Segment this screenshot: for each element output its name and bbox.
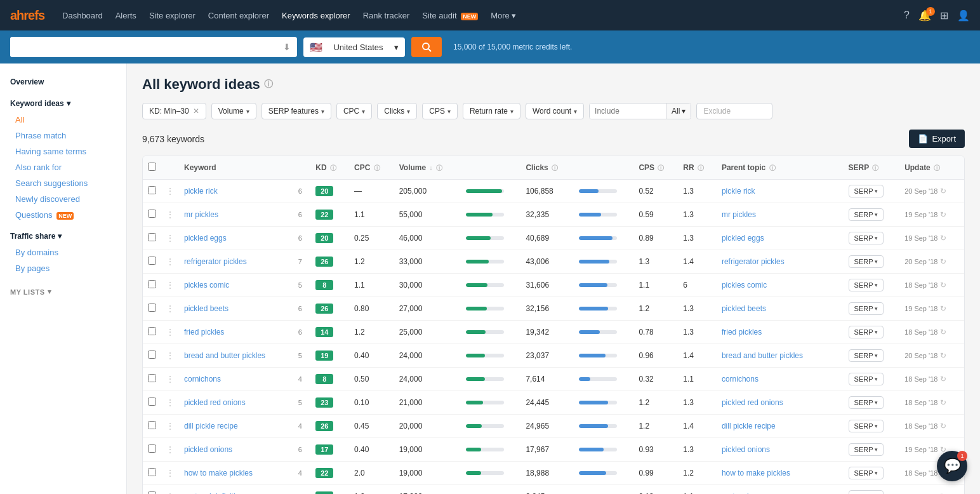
sidebar-item-phrase-match[interactable]: Phrase match: [0, 128, 126, 144]
nav-content-explorer[interactable]: Content explorer: [208, 11, 269, 20]
row-refresh-icon[interactable]: ↻: [940, 281, 946, 290]
volume-filter-chip[interactable]: Volume ▾: [211, 103, 256, 119]
row-parent-topic-link[interactable]: pickles comic: [722, 281, 767, 290]
keyword-link[interactable]: mr pickles: [184, 210, 218, 219]
keyword-link[interactable]: pickled onions: [184, 445, 232, 454]
row-serp-button[interactable]: SERP ▾: [849, 349, 884, 362]
row-parent-topic-link[interactable]: refrigerator pickles: [722, 257, 785, 266]
th-keyword[interactable]: Keyword: [179, 156, 293, 180]
search-button[interactable]: [411, 37, 442, 57]
row-parent-topic-link[interactable]: mr pickles: [722, 210, 756, 219]
keyword-link[interactable]: pickled red onions: [184, 398, 246, 407]
th-cpc[interactable]: CPC ⓘ: [349, 156, 394, 180]
row-parent-topic-link[interactable]: pickled red onions: [722, 398, 783, 407]
nav-site-explorer[interactable]: Site explorer: [149, 11, 195, 20]
sidebar-item-all[interactable]: All: [0, 112, 126, 128]
sidebar-item-by-pages[interactable]: By pages: [0, 260, 126, 276]
row-checkbox[interactable]: [148, 397, 156, 406]
row-checkbox[interactable]: [148, 280, 156, 288]
row-menu-icon[interactable]: ⋮: [166, 422, 174, 431]
row-checkbox[interactable]: [148, 304, 156, 312]
clicks-filter-chip[interactable]: Clicks ▾: [377, 103, 417, 119]
row-parent-topic-link[interactable]: cornichons: [722, 375, 758, 384]
select-all-checkbox[interactable]: [148, 163, 156, 171]
row-refresh-icon[interactable]: ↻: [940, 210, 946, 219]
include-all-dropdown[interactable]: All ▾: [666, 103, 691, 119]
return-rate-filter-chip[interactable]: Return rate ▾: [463, 103, 520, 119]
row-menu-icon[interactable]: ⋮: [166, 398, 174, 407]
sidebar-item-questions[interactable]: Questions NEW: [0, 207, 126, 223]
word-count-filter-chip[interactable]: Word count ▾: [526, 103, 584, 119]
kd-filter-chip[interactable]: KD: Min–30 ✕: [142, 103, 206, 119]
row-checkbox[interactable]: [148, 210, 156, 218]
keyword-link[interactable]: bread and butter pickles: [184, 351, 265, 360]
csv-icon[interactable]: ⬇: [277, 42, 297, 52]
row-parent-topic-link[interactable]: fried pickles: [722, 328, 762, 337]
row-refresh-icon[interactable]: ↻: [940, 375, 946, 384]
row-checkbox[interactable]: [148, 327, 156, 335]
row-serp-button[interactable]: SERP ▾: [849, 326, 884, 338]
sidebar-traffic-share-toggle[interactable]: Traffic share ▾: [0, 228, 126, 244]
chat-button[interactable]: 💬 1: [937, 451, 967, 481]
row-parent-topic-link[interactable]: how to make pickles: [722, 469, 790, 477]
include-input[interactable]: [590, 103, 666, 119]
row-checkbox[interactable]: [148, 233, 156, 241]
row-menu-icon[interactable]: ⋮: [166, 304, 174, 313]
keyword-link[interactable]: how to make pickles: [184, 469, 253, 477]
nav-more[interactable]: More ▾: [491, 11, 516, 20]
row-menu-icon[interactable]: ⋮: [166, 375, 174, 384]
keyword-link[interactable]: pickled beets: [184, 304, 228, 313]
country-selector[interactable]: 🇺🇸 United States ▾: [303, 37, 405, 57]
row-checkbox[interactable]: [148, 374, 156, 382]
row-serp-button[interactable]: SERP ▾: [849, 396, 884, 409]
row-serp-button[interactable]: SERP ▾: [849, 208, 884, 221]
row-menu-icon[interactable]: ⋮: [166, 187, 174, 196]
th-rr[interactable]: RR ⓘ: [678, 156, 717, 180]
row-refresh-icon[interactable]: ↻: [940, 398, 946, 407]
nav-site-audit[interactable]: Site audit NEW: [422, 11, 478, 20]
row-serp-button[interactable]: SERP ▾: [849, 185, 884, 197]
sidebar-keyword-ideas-toggle[interactable]: Keyword ideas ▾: [0, 95, 126, 112]
row-menu-icon[interactable]: ⋮: [166, 234, 174, 243]
row-menu-icon[interactable]: ⋮: [166, 257, 174, 266]
row-menu-icon[interactable]: ⋮: [166, 351, 174, 360]
sidebar-item-by-domains[interactable]: By domains: [0, 244, 126, 260]
row-refresh-icon[interactable]: ↻: [940, 187, 946, 196]
nav-dashboard[interactable]: Dashboard: [62, 11, 103, 20]
nav-keywords-explorer[interactable]: Keywords explorer: [282, 11, 350, 20]
th-serp[interactable]: SERP ⓘ: [844, 156, 900, 180]
search-input[interactable]: pickles: [10, 37, 277, 57]
row-serp-button[interactable]: SERP ▾: [849, 302, 884, 315]
row-refresh-icon[interactable]: ↻: [940, 257, 946, 266]
keyword-link[interactable]: cornichons: [184, 375, 221, 384]
row-menu-icon[interactable]: ⋮: [166, 328, 174, 337]
row-menu-icon[interactable]: ⋮: [166, 445, 174, 454]
row-checkbox[interactable]: [148, 444, 156, 453]
row-refresh-icon[interactable]: ↻: [940, 234, 946, 243]
keyword-link[interactable]: dill pickle recipe: [184, 422, 238, 431]
export-button[interactable]: 📄 Export: [909, 130, 965, 148]
row-checkbox[interactable]: [148, 491, 156, 494]
keyword-link[interactable]: refrigerator pickles: [184, 257, 247, 266]
sidebar-overview[interactable]: Overview: [0, 74, 126, 90]
th-checkbox[interactable]: [143, 156, 161, 180]
cps-filter-chip[interactable]: CPS ▾: [422, 103, 458, 119]
help-icon[interactable]: ?: [904, 10, 910, 21]
keyword-link[interactable]: pickles comic: [184, 281, 229, 290]
th-update[interactable]: Update ⓘ: [899, 156, 964, 180]
row-parent-topic-link[interactable]: dill pickle recipe: [722, 422, 776, 431]
row-serp-button[interactable]: SERP ▾: [849, 279, 884, 291]
row-refresh-icon[interactable]: ↻: [940, 351, 946, 360]
row-parent-topic-link[interactable]: pickled eggs: [722, 234, 764, 243]
user-icon[interactable]: 👤: [957, 10, 970, 22]
nav-alerts[interactable]: Alerts: [116, 11, 136, 20]
serp-filter-chip[interactable]: SERP features ▾: [262, 103, 331, 119]
kd-filter-remove[interactable]: ✕: [193, 107, 199, 116]
exclude-filter[interactable]: Exclude: [696, 103, 772, 119]
keyword-link[interactable]: fried pickles: [184, 328, 224, 337]
row-serp-button[interactable]: SERP ▾: [849, 443, 884, 456]
row-checkbox[interactable]: [148, 186, 156, 194]
row-menu-icon[interactable]: ⋮: [166, 469, 174, 477]
row-refresh-icon[interactable]: ↻: [940, 304, 946, 313]
row-checkbox[interactable]: [148, 468, 156, 476]
